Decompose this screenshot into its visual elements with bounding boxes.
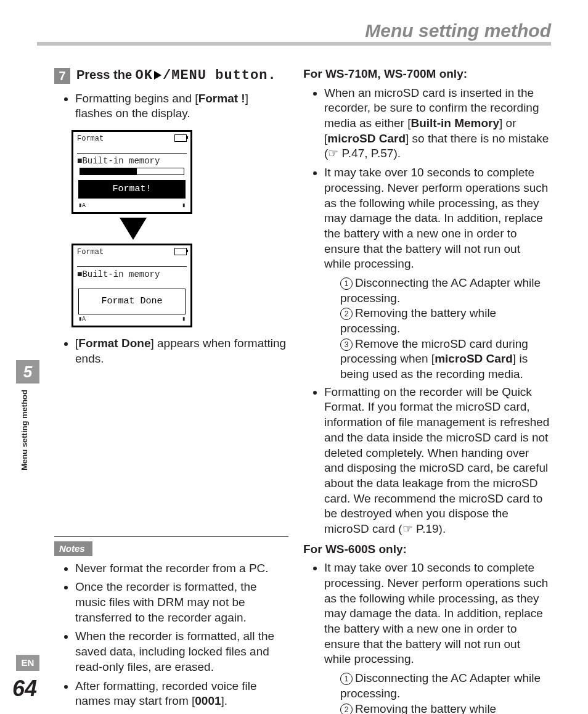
play-icon xyxy=(154,71,161,80)
list-item: Once the recorder is formatted, the musi… xyxy=(75,580,288,625)
chapter-badge: 5 xyxy=(16,360,39,384)
step-heading: 7 Press the OK/MENU button. xyxy=(54,67,288,85)
circled-number-icon: 1 xyxy=(340,277,353,290)
notes-section: Notes Never format the recorder from a P… xyxy=(54,536,288,714)
document-page: Menu setting method 7 Press the OK/MENU … xyxy=(0,0,588,714)
list-item: It may take over 10 seconds to complete … xyxy=(324,560,550,667)
numbered-sublist-1: 1Disconnecting the AC Adapter while proc… xyxy=(340,276,550,382)
model-heading-2: For WS-600S only: xyxy=(303,542,550,557)
list-item: When the recorder is formatted, all the … xyxy=(75,629,288,675)
ok-label: OK xyxy=(136,68,153,83)
lcd-screen-2: Format ■Built-in memory Format Done ▮A▮ xyxy=(71,244,192,327)
notes-list: Never format the recorder from a PC. Onc… xyxy=(75,561,288,714)
circled-number-icon: 3 xyxy=(340,339,353,351)
step-bullets-2: [Format Done] appears when formatting en… xyxy=(75,336,288,366)
numbered-sublist-2: 1Disconnecting the AC Adapter while proc… xyxy=(340,671,550,714)
circled-number-icon: 2 xyxy=(340,704,353,715)
battery-icon xyxy=(174,134,187,142)
right-column: For WS-710M, WS-700M only: When an micro… xyxy=(303,67,550,714)
list-item: Formatting begins and [Format !] flashes… xyxy=(75,91,288,121)
step-text: Press the OK/MENU button. xyxy=(76,67,277,85)
list-item: It may take over 10 seconds to complete … xyxy=(324,165,550,272)
lcd-screen-1: Format ■Built-in memory Format! ▮A▮ xyxy=(71,130,192,214)
right-list-2: Formatting on the recorder will be Quick… xyxy=(324,385,550,537)
arrow-down-icon xyxy=(120,218,147,240)
right-list-1: When an microSD card is inserted in the … xyxy=(324,86,550,272)
circled-number-icon: 1 xyxy=(340,673,353,685)
lcd-message: Format Done xyxy=(78,289,186,314)
lcd-illustrations: Format ■Built-in memory Format! ▮A▮ Form… xyxy=(71,130,195,327)
circled-number-icon: 2 xyxy=(340,308,353,320)
left-column: 7 Press the OK/MENU button. Formatting b… xyxy=(54,67,288,370)
list-item: [Format Done] appears when formatting en… xyxy=(75,336,288,366)
model-heading-1: For WS-710M, WS-700M only: xyxy=(303,67,550,82)
header-rule xyxy=(37,42,551,46)
list-item: Never format the recorder from a PC. xyxy=(75,561,288,577)
list-item: When an microSD card is inserted in the … xyxy=(324,86,550,162)
progress-bar xyxy=(80,168,184,175)
step-bullets: Formatting begins and [Format !] flashes… xyxy=(75,91,288,121)
list-item: Formatting on the recorder will be Quick… xyxy=(324,385,550,537)
battery-icon xyxy=(174,248,187,255)
language-badge: EN xyxy=(16,655,39,671)
list-item: After formatting, recorded voice file na… xyxy=(75,679,288,709)
page-number: 64 xyxy=(12,675,37,704)
side-section-label: Menu setting method xyxy=(20,390,30,470)
notes-rule xyxy=(54,536,288,537)
step-number-badge: 7 xyxy=(54,68,70,84)
notes-label: Notes xyxy=(54,541,92,556)
page-header-title: Menu setting method xyxy=(365,18,551,43)
right-list-3: It may take over 10 seconds to complete … xyxy=(324,560,550,667)
lcd-message: Format! xyxy=(78,180,186,199)
